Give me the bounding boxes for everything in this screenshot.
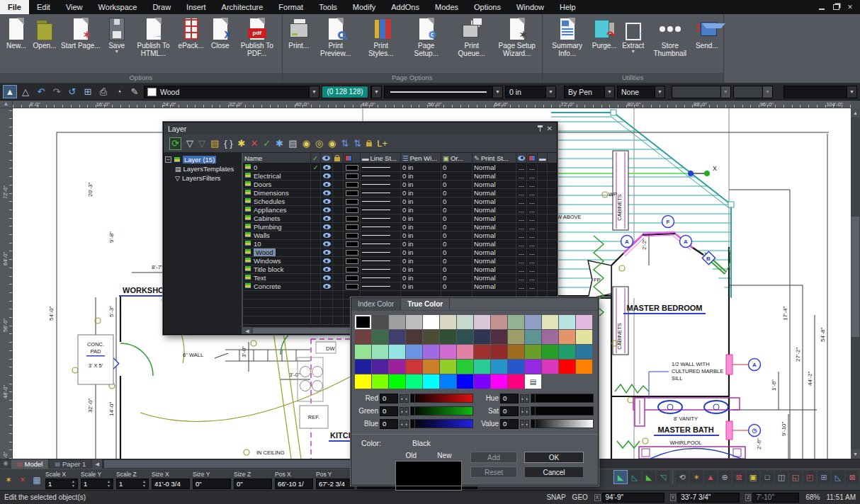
more-button[interactable]: ...: [519, 282, 524, 290]
color-swatch[interactable]: [440, 345, 456, 359]
lasso-select-icon[interactable]: ↺: [65, 85, 79, 98]
cancel-button[interactable]: Cancel: [524, 466, 584, 478]
x-coordinate-input[interactable]: 94'-9": [602, 493, 664, 503]
color-swatch[interactable]: [474, 330, 490, 344]
blue-slider[interactable]: [410, 419, 473, 428]
color-swatch[interactable]: [508, 374, 524, 389]
eye-icon[interactable]: [323, 258, 331, 263]
snap-tool-icon[interactable]: ⊕: [718, 471, 731, 483]
color-swatch[interactable]: [406, 345, 422, 359]
spin-down-icon[interactable]: ◂: [520, 420, 524, 428]
layer-color-swatch[interactable]: [346, 241, 358, 247]
snap-mode-icon[interactable]: ◹: [657, 471, 669, 483]
layer-row-0[interactable]: 0✓0 in0Normal......: [243, 164, 557, 172]
ribbon-store-thumbnail-button[interactable]: Store Thumbnail: [647, 16, 693, 58]
eye-icon[interactable]: [323, 224, 331, 229]
layer-color-swatch[interactable]: [346, 173, 358, 179]
add-button[interactable]: Add: [470, 452, 517, 463]
layer-color-swatch[interactable]: [346, 207, 358, 213]
ribbon-close-button[interactable]: XClose: [206, 16, 234, 50]
refresh-layers-icon[interactable]: ⟳: [169, 137, 181, 150]
layer-templates-icon[interactable]: ▤: [210, 138, 219, 149]
value-input[interactable]: 0: [500, 419, 519, 429]
color-swatch[interactable]: [559, 345, 575, 359]
deselect-by-layer-icon[interactable]: ✱: [276, 138, 283, 149]
column-header[interactable]: ▬: [538, 153, 548, 163]
world-icon[interactable]: ◔: [112, 85, 126, 98]
color-swatch[interactable]: [508, 345, 524, 359]
move-down-icon[interactable]: ⇅: [353, 138, 361, 149]
spin-up-icon[interactable]: ▸: [525, 407, 529, 416]
color-swatch[interactable]: [440, 315, 456, 329]
eye-icon[interactable]: [323, 216, 331, 221]
layer-row-cabinets[interactable]: Cabinets0 in0Normal......: [243, 214, 557, 223]
new-layer-icon[interactable]: L+: [377, 138, 387, 149]
ribbon-print-preview-button[interactable]: Print Preview...: [313, 16, 358, 58]
collapse-icon[interactable]: −: [165, 156, 171, 163]
eye-icon[interactable]: [323, 165, 331, 170]
select-by-layer-icon[interactable]: ✱: [238, 138, 246, 149]
more-button[interactable]: ...: [529, 231, 535, 239]
more-button[interactable]: ...: [519, 206, 524, 214]
spin-down-icon[interactable]: ◂: [520, 407, 524, 416]
color-swatch[interactable]: [457, 330, 473, 344]
menu-insert[interactable]: Insert: [179, 0, 214, 14]
pen-color-dropdown[interactable]: ▼: [370, 86, 382, 98]
axis-marker[interactable]: X: [688, 165, 717, 176]
spin-down-icon[interactable]: ▼: [107, 483, 111, 488]
color-swatch[interactable]: [440, 360, 456, 374]
minimize-button[interactable]: [816, 2, 827, 12]
color-swatch[interactable]: [542, 315, 558, 329]
delete-layer-icon[interactable]: ✕: [250, 138, 258, 149]
chevron-down-icon[interactable]: ▼: [114, 50, 119, 54]
vertical-scroll-thumb[interactable]: [851, 217, 859, 337]
cancel-edit-icon[interactable]: ×: [16, 475, 29, 485]
ruler-corner[interactable]: ▲: [0, 101, 13, 108]
sat-slider[interactable]: [531, 406, 594, 416]
menu-addons[interactable]: AddOns: [383, 0, 427, 14]
color-swatch[interactable]: [406, 330, 422, 344]
tree-item-layersfilters[interactable]: ▽LayersFilters: [175, 173, 240, 183]
layer-color-swatch[interactable]: [346, 267, 358, 273]
green-input[interactable]: 0: [380, 406, 398, 416]
more-button[interactable]: ...: [519, 257, 524, 265]
more-button[interactable]: ...: [529, 189, 535, 197]
ribbon-publish-to-pdf-button[interactable]: pdfPublish To PDF...: [234, 16, 280, 58]
color-swatch[interactable]: [559, 315, 575, 329]
snap-toggle[interactable]: SNAP: [546, 493, 565, 501]
spin-up-icon[interactable]: ▸: [525, 420, 529, 428]
layer-properties-icon[interactable]: ▤: [288, 138, 297, 149]
eye-icon[interactable]: [323, 241, 331, 246]
scale-y-input[interactable]: 1▲▼: [81, 479, 113, 489]
color-swatch[interactable]: [576, 345, 592, 359]
size-x-input[interactable]: 41'-0 3/4: [152, 479, 190, 489]
layer-palette-titlebar[interactable]: Layer ✕: [164, 122, 557, 134]
snap-tool-icon[interactable]: ⊠: [846, 471, 859, 483]
color-swatch[interactable]: [542, 345, 558, 359]
more-button[interactable]: ...: [529, 223, 535, 231]
spin-down-icon[interactable]: ◂: [400, 420, 404, 428]
pos-y-input[interactable]: 67'-2 3/4: [316, 479, 354, 489]
more-button[interactable]: ...: [519, 274, 524, 282]
more-button[interactable]: ...: [529, 274, 535, 282]
color-swatch[interactable]: [389, 374, 405, 389]
chevron-down-icon[interactable]: ▼: [604, 86, 614, 98]
more-button[interactable]: ...: [529, 172, 535, 180]
more-button[interactable]: ...: [519, 265, 524, 273]
color-swatch[interactable]: [474, 360, 490, 374]
column-header-print-st[interactable]: ✎Print St...: [473, 153, 516, 163]
color-swatch[interactable]: [423, 315, 439, 329]
ribbon-epack-button[interactable]: ePack...: [176, 16, 206, 50]
eye-icon[interactable]: [323, 207, 331, 212]
selection-info-icon[interactable]: ⊞: [81, 85, 95, 98]
coordinate-combo[interactable]: ▼: [783, 86, 857, 98]
color-swatch[interactable]: [355, 374, 371, 389]
more-button[interactable]: ...: [529, 181, 535, 188]
layer-color-swatch[interactable]: [346, 284, 358, 290]
spin-down-icon[interactable]: ▼: [142, 483, 146, 488]
scroll-down-icon[interactable]: ▼: [851, 449, 860, 459]
color-swatch[interactable]: [474, 315, 490, 329]
ribbon-open-button[interactable]: Open...: [30, 16, 59, 50]
more-button[interactable]: ...: [519, 214, 524, 222]
tab-true-color[interactable]: True Color: [401, 298, 450, 310]
